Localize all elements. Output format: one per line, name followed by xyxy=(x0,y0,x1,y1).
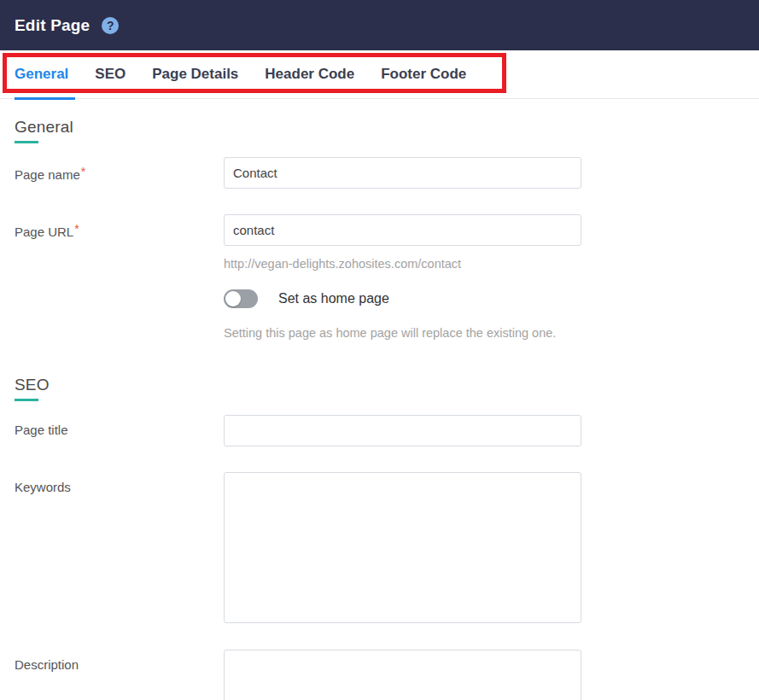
keywords-textarea[interactable] xyxy=(224,472,581,623)
description-label: Description xyxy=(15,650,224,672)
page-name-input[interactable] xyxy=(224,157,581,189)
tab-bar: General SEO Page Details Header Code Foo… xyxy=(0,50,759,99)
tab-list: General SEO Page Details Header Code Foo… xyxy=(0,50,759,98)
home-page-toggle[interactable] xyxy=(224,289,258,308)
home-page-helper-text: Setting this page as home page will repl… xyxy=(224,326,759,340)
page-url-label: Page URL* xyxy=(15,214,224,239)
section-heading-seo: SEO xyxy=(15,376,759,394)
page-url-input[interactable] xyxy=(224,214,581,246)
page-title-row: Page title xyxy=(15,415,759,446)
tab-footer-code[interactable]: Footer Code xyxy=(381,66,466,83)
page-name-row: Page name* xyxy=(15,157,759,189)
page-title-label: Page title xyxy=(15,415,224,437)
tab-seo[interactable]: SEO xyxy=(95,66,126,83)
home-page-toggle-label: Set as home page xyxy=(278,291,389,306)
section-general: General xyxy=(15,118,759,143)
page-title: Edit Page xyxy=(15,16,90,35)
form-content: General Page name* Page URL* http://vega… xyxy=(0,118,759,700)
tab-header-code[interactable]: Header Code xyxy=(265,66,354,83)
section-heading-general: General xyxy=(15,118,759,137)
section-underline xyxy=(15,141,38,143)
keywords-label: Keywords xyxy=(15,472,224,494)
required-asterisk: * xyxy=(74,222,79,236)
toggle-knob-icon xyxy=(225,291,241,306)
required-asterisk: * xyxy=(81,165,85,178)
keywords-row: Keywords xyxy=(15,472,759,623)
page-url-row: Page URL* xyxy=(15,214,759,246)
help-icon[interactable]: ? xyxy=(102,17,119,34)
description-row: Description xyxy=(15,650,759,700)
active-tab-indicator xyxy=(15,97,75,100)
home-page-toggle-row: Set as home page xyxy=(224,289,759,308)
tab-general[interactable]: General xyxy=(15,66,68,83)
description-textarea[interactable] xyxy=(224,650,581,700)
dialog-header: Edit Page ? xyxy=(0,0,759,50)
page-url-preview: http://vegan-delights.zohosites.com/cont… xyxy=(224,257,759,271)
page-title-input[interactable] xyxy=(224,415,581,446)
section-underline xyxy=(15,399,38,401)
tab-page-details[interactable]: Page Details xyxy=(152,66,238,83)
section-seo: SEO xyxy=(15,376,759,401)
page-name-label: Page name* xyxy=(15,157,224,182)
